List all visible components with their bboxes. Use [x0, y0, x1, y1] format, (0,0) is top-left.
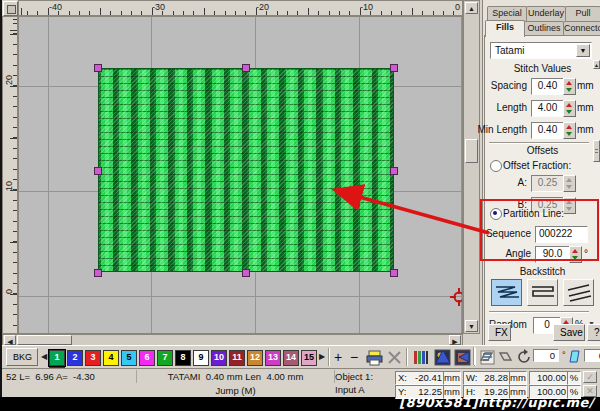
help-button[interactable]: ?: [587, 324, 600, 341]
tab-fills[interactable]: Fills: [485, 20, 525, 37]
backstitch-diagonal-button[interactable]: [563, 279, 594, 306]
ruler-label: -40: [49, 2, 62, 12]
skew-angle-field[interactable]: 0: [584, 349, 600, 362]
square-stitch-icon: [528, 280, 557, 305]
gridline: [461, 17, 462, 333]
color-chip[interactable]: 7: [157, 350, 173, 366]
rotate-ccw-icon[interactable]: [516, 348, 533, 365]
tatami-fill-object[interactable]: [98, 68, 394, 272]
true-view-icon[interactable]: [435, 348, 452, 365]
scroll-up-icon[interactable]: ▲: [465, 2, 478, 14]
color-chip[interactable]: 13: [265, 350, 281, 366]
selection-handle[interactable]: [94, 64, 102, 72]
offset-a-label: A:: [513, 177, 527, 188]
hscroll-thumb[interactable]: [17, 335, 72, 345]
spacing-spinner[interactable]: [563, 78, 576, 95]
selection-handle[interactable]: [390, 269, 398, 277]
selection-handle[interactable]: [390, 64, 398, 72]
scroll-left-icon[interactable]: ◀: [4, 335, 16, 345]
cut-icon[interactable]: [386, 349, 403, 366]
ruler-label: -20: [256, 2, 269, 12]
grid-icon: [7, 5, 16, 14]
length-field[interactable]: 4.00: [531, 100, 564, 117]
fill-type-select[interactable]: Tatami ▼: [490, 42, 592, 59]
palette-next-icon[interactable]: ▶: [319, 349, 325, 365]
fills-tab-body: Tatami ▼ Stitch Values Spacing 0.40 mm L…: [484, 35, 600, 346]
color-chip[interactable]: 2: [67, 350, 83, 366]
design-canvas[interactable]: [18, 16, 463, 334]
ruler-label: -10: [360, 2, 373, 12]
grip-icon: [595, 149, 598, 153]
color-chip[interactable]: 14: [283, 350, 299, 366]
scroll-down-icon[interactable]: ▼: [465, 320, 478, 332]
color-chip[interactable]: 10: [211, 350, 227, 366]
tab-connectors[interactable]: Connectors: [563, 21, 600, 36]
color-chip[interactable]: 12: [247, 350, 263, 366]
ruler-label: 20: [4, 75, 14, 85]
x-value: -20.41: [415, 372, 442, 383]
chevron-down-icon[interactable]: ▼: [576, 44, 590, 57]
selection-handle[interactable]: [94, 269, 102, 277]
color-chip[interactable]: 1: [49, 350, 65, 366]
min-length-field[interactable]: 0.40: [531, 122, 564, 139]
color-chip[interactable]: 8: [175, 350, 191, 366]
selection-handle[interactable]: [390, 167, 398, 175]
backstitch-square-button[interactable]: [527, 279, 558, 306]
offset-a-field: 0.25: [531, 175, 564, 192]
status-bar: 52 L= 6.96 A= -4.30 TATAMI 0.40 mm Len 4…: [2, 368, 600, 397]
add-color-button[interactable]: +: [334, 348, 342, 366]
tab-special[interactable]: Special: [487, 6, 527, 21]
selection-handle[interactable]: [242, 269, 250, 277]
skew-icon[interactable]: [567, 348, 584, 365]
scale-x-field: 100.00: [529, 371, 570, 385]
offset-fraction-radio[interactable]: [490, 160, 502, 172]
ruler-origin-button[interactable]: [3, 1, 18, 16]
back-arrow-icon[interactable]: [454, 348, 471, 365]
selection-handle[interactable]: [94, 167, 102, 175]
min-length-spinner[interactable]: [563, 122, 576, 139]
remove-color-button[interactable]: −: [350, 348, 358, 366]
min-length-label: Min Length: [477, 124, 527, 135]
rotate-angle-field[interactable]: 0: [533, 349, 559, 362]
scroll-up-icon[interactable]: ▲: [593, 60, 600, 69]
spacing-field[interactable]: 0.40: [531, 78, 564, 95]
thread-colors-icon[interactable]: [412, 349, 429, 366]
color-chip[interactable]: 5: [121, 350, 137, 366]
save-button[interactable]: Save: [553, 324, 585, 341]
apply-check-icon[interactable]: ✓: [583, 371, 597, 383]
color-chip[interactable]: 9: [193, 350, 209, 366]
color-chip[interactable]: 3: [85, 350, 101, 366]
length-label: Length: [485, 102, 527, 113]
tab-underlay[interactable]: Underlay: [526, 6, 566, 21]
backstitch-zigzag-button[interactable]: [491, 279, 522, 306]
width-field: W: 28.28: [463, 371, 512, 385]
origin-crosshair-icon: [449, 287, 463, 307]
color-chip[interactable]: 4: [103, 350, 119, 366]
scroll-right-icon[interactable]: ▶: [449, 335, 461, 345]
mirror-y-icon[interactable]: [497, 348, 514, 365]
vscroll-thumb[interactable]: [465, 139, 478, 163]
canvas-vscrollbar[interactable]: ▲ ▼: [463, 0, 480, 334]
mirror-x-icon[interactable]: [478, 348, 495, 365]
tab-pull-comp[interactable]: Pull Comp: [565, 6, 600, 21]
status-object-info: Object 1: Input A: [331, 370, 395, 383]
diagonal-stitch-icon: [564, 280, 593, 305]
transform-toolbar: 0 ° 0 °: [432, 345, 600, 368]
color-chip[interactable]: 11: [229, 350, 245, 366]
ruler-horizontal: -40 -30 -20 -10 0: [18, 0, 463, 16]
tab-outlines[interactable]: Outlines: [524, 21, 564, 36]
image-host-watermark: [890x581]http://upic.me/: [399, 395, 594, 410]
fx-button[interactable]: FX: [488, 324, 511, 341]
color-chip[interactable]: 15: [301, 350, 317, 366]
selection-handle[interactable]: [242, 64, 250, 72]
annotation-highlight-box: [480, 199, 599, 261]
x-position-field: X: -20.41: [395, 371, 446, 385]
palette-prev-icon[interactable]: ◀: [41, 349, 47, 365]
bkg-button[interactable]: BKG: [6, 348, 38, 366]
separator: [489, 311, 589, 313]
color-chip[interactable]: 6: [139, 350, 155, 366]
print-icon[interactable]: [366, 349, 383, 366]
panel-scroll-thumb[interactable]: [593, 140, 600, 162]
length-spinner[interactable]: [563, 100, 576, 117]
ruler-label: 0: [4, 289, 14, 294]
